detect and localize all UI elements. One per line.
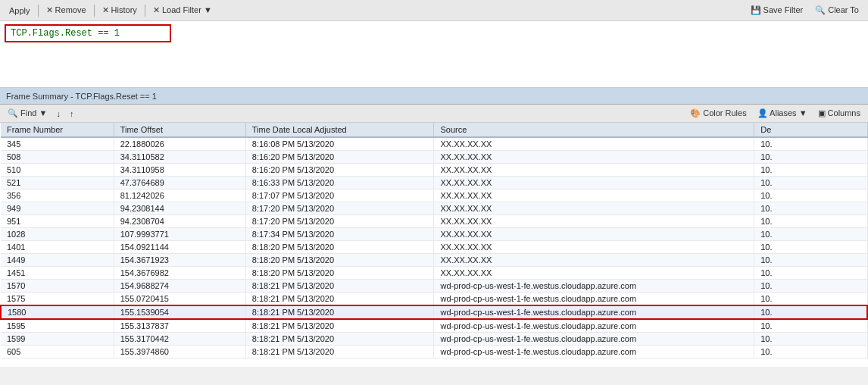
cell-2: 8:16:08 PM 5/13/2020 xyxy=(245,137,434,151)
filter-input[interactable] xyxy=(5,24,171,42)
cell-4: 10. xyxy=(754,228,867,241)
find-down-button[interactable]: ↓ xyxy=(53,108,64,119)
cell-4: 10. xyxy=(754,267,867,280)
cell-1: 34.3110582 xyxy=(114,151,245,164)
history-button[interactable]: ✕ History xyxy=(98,4,142,17)
cell-2: 8:18:20 PM 5/13/2020 xyxy=(245,241,434,254)
cell-1: 155.1539054 xyxy=(114,305,245,319)
cell-3: wd-prod-cp-us-west-1-fe.westus.cloudapp.… xyxy=(434,346,754,358)
cell-3: XX.XX.XX.XX xyxy=(434,151,754,164)
remove-button[interactable]: ✕ Remove xyxy=(42,4,91,17)
cell-0: 1595 xyxy=(1,319,114,333)
cell-0: 1401 xyxy=(1,241,114,254)
find-up-button[interactable]: ↑ xyxy=(67,108,77,119)
cell-0: 510 xyxy=(1,164,114,177)
cell-1: 81.1242026 xyxy=(114,189,245,202)
cell-0: 1599 xyxy=(1,333,114,346)
cell-3: wd-prod-cp-us-west-1-fe.westus.cloudapp.… xyxy=(434,280,754,293)
packet-table: Frame Number Time Offset Time Date Local… xyxy=(0,123,868,358)
cell-4: 10. xyxy=(754,319,867,333)
table-row[interactable]: 605155.39748608:18:21 PM 5/13/2020wd-pro… xyxy=(1,346,867,358)
color-rules-button[interactable]: 🎨 Color Rules xyxy=(687,108,750,119)
table-row[interactable]: 50834.31105828:16:20 PM 5/13/2020XX.XX.X… xyxy=(1,151,867,164)
table-row[interactable]: 1575155.07204158:18:21 PM 5/13/2020wd-pr… xyxy=(1,293,867,306)
table-row[interactable]: 1595155.31378378:18:21 PM 5/13/2020wd-pr… xyxy=(1,319,867,333)
cell-2: 8:16:33 PM 5/13/2020 xyxy=(245,177,434,189)
cell-3: wd-prod-cp-us-west-1-fe.westus.cloudapp.… xyxy=(434,319,754,333)
load-filter-button[interactable]: ✕ Load Filter ▼ xyxy=(148,4,217,17)
table-row[interactable]: 1401154.09211448:18:20 PM 5/13/2020XX.XX… xyxy=(1,241,867,254)
cell-2: 8:17:07 PM 5/13/2020 xyxy=(245,189,434,202)
packet-table-container[interactable]: Frame Number Time Offset Time Date Local… xyxy=(0,123,868,367)
frame-summary-bar: Frame Summary - TCP.Flags.Reset == 1 xyxy=(0,88,868,105)
find-toolbar: 🔍 Find ▼ ↓ ↑ 🎨 Color Rules 👤 Aliases ▼ ▣… xyxy=(0,105,868,123)
cell-0: 1575 xyxy=(1,293,114,306)
col-header-offset[interactable]: Time Offset xyxy=(114,123,245,137)
cell-3: XX.XX.XX.XX xyxy=(434,241,754,254)
sep1 xyxy=(38,5,39,17)
table-row[interactable]: 52147.37646898:16:33 PM 5/13/2020XX.XX.X… xyxy=(1,177,867,189)
cell-3: XX.XX.XX.XX xyxy=(434,164,754,177)
cell-4: 10. xyxy=(754,254,867,267)
filter-area xyxy=(0,21,868,88)
cell-1: 34.3110958 xyxy=(114,164,245,177)
aliases-button[interactable]: 👤 Aliases ▼ xyxy=(754,108,810,119)
table-row[interactable]: 1449154.36719238:18:20 PM 5/13/2020XX.XX… xyxy=(1,254,867,267)
clear-button[interactable]: 🔍 Clear To xyxy=(810,4,863,17)
cell-1: 47.3764689 xyxy=(114,177,245,189)
cell-1: 155.3974860 xyxy=(114,346,245,358)
sep3 xyxy=(145,5,145,17)
cell-3: wd-prod-cp-us-west-1-fe.westus.cloudapp.… xyxy=(434,293,754,306)
cell-4: 10. xyxy=(754,189,867,202)
find-button[interactable]: 🔍 Find ▼ xyxy=(5,108,50,119)
cell-0: 951 xyxy=(1,215,114,228)
cell-3: XX.XX.XX.XX xyxy=(434,189,754,202)
cell-0: 949 xyxy=(1,202,114,215)
cell-0: 1449 xyxy=(1,254,114,267)
table-row[interactable]: 34522.18800268:16:08 PM 5/13/2020XX.XX.X… xyxy=(1,137,867,151)
cell-4: 10. xyxy=(754,241,867,254)
cell-1: 154.3671923 xyxy=(114,254,245,267)
cell-4: 10. xyxy=(754,215,867,228)
cell-0: 605 xyxy=(1,346,114,358)
cell-2: 8:17:20 PM 5/13/2020 xyxy=(245,215,434,228)
cell-2: 8:16:20 PM 5/13/2020 xyxy=(245,151,434,164)
cell-4: 10. xyxy=(754,177,867,189)
cell-0: 508 xyxy=(1,151,114,164)
table-row[interactable]: 1570154.96882748:18:21 PM 5/13/2020wd-pr… xyxy=(1,280,867,293)
cell-2: 8:18:21 PM 5/13/2020 xyxy=(245,346,434,358)
table-header-row: Frame Number Time Offset Time Date Local… xyxy=(1,123,867,137)
col-header-time[interactable]: Time Date Local Adjusted xyxy=(245,123,434,137)
cell-0: 345 xyxy=(1,137,114,151)
cell-1: 94.2308704 xyxy=(114,215,245,228)
table-row[interactable]: 1451154.36769828:18:20 PM 5/13/2020XX.XX… xyxy=(1,267,867,280)
save-filter-button[interactable]: 💾 Save Filter xyxy=(746,4,808,17)
cell-2: 8:17:34 PM 5/13/2020 xyxy=(245,228,434,241)
cell-2: 8:18:21 PM 5/13/2020 xyxy=(245,305,434,319)
col-header-dest[interactable]: De xyxy=(754,123,867,137)
table-row[interactable]: 1580155.15390548:18:21 PM 5/13/2020wd-pr… xyxy=(1,305,867,319)
cell-1: 154.0921144 xyxy=(114,241,245,254)
table-row[interactable]: 35681.12420268:17:07 PM 5/13/2020XX.XX.X… xyxy=(1,189,867,202)
col-header-source[interactable]: Source xyxy=(434,123,754,137)
table-row[interactable]: 51034.31109588:16:20 PM 5/13/2020XX.XX.X… xyxy=(1,164,867,177)
table-row[interactable]: 95194.23087048:17:20 PM 5/13/2020XX.XX.X… xyxy=(1,215,867,228)
cell-2: 8:18:20 PM 5/13/2020 xyxy=(245,267,434,280)
col-header-frame[interactable]: Frame Number xyxy=(1,123,114,137)
cell-1: 107.9993771 xyxy=(114,228,245,241)
cell-0: 1451 xyxy=(1,267,114,280)
cell-3: XX.XX.XX.XX xyxy=(434,177,754,189)
table-row[interactable]: 1028107.99937718:17:34 PM 5/13/2020XX.XX… xyxy=(1,228,867,241)
sep2 xyxy=(94,5,95,17)
columns-button[interactable]: ▣ Columns xyxy=(815,108,863,119)
table-row[interactable]: 94994.23081448:17:20 PM 5/13/2020XX.XX.X… xyxy=(1,202,867,215)
cell-2: 8:17:20 PM 5/13/2020 xyxy=(245,202,434,215)
table-row[interactable]: 1599155.31704428:18:21 PM 5/13/2020wd-pr… xyxy=(1,333,867,346)
cell-1: 22.1880026 xyxy=(114,137,245,151)
cell-3: XX.XX.XX.XX xyxy=(434,215,754,228)
toolbar-right: 💾 Save Filter 🔍 Clear To xyxy=(746,4,863,17)
apply-button[interactable]: Apply xyxy=(5,5,35,17)
cell-1: 155.3170442 xyxy=(114,333,245,346)
cell-0: 1580 xyxy=(1,305,114,319)
cell-1: 155.3137837 xyxy=(114,319,245,333)
